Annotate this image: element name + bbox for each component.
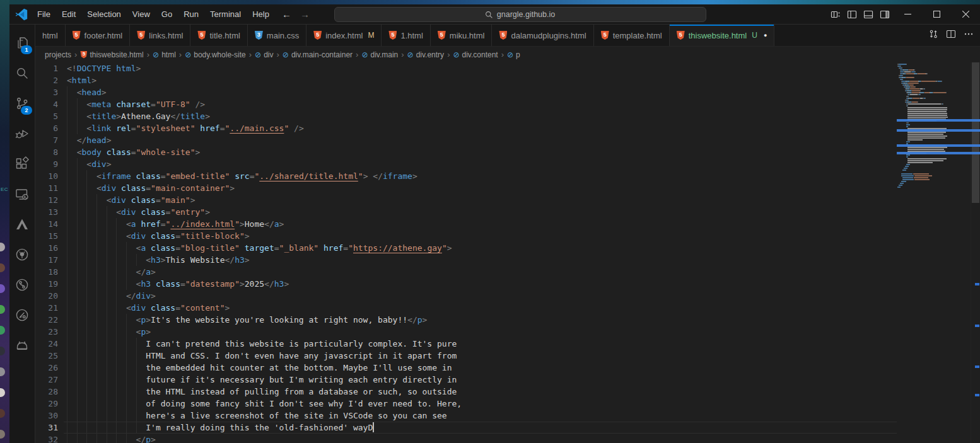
breadcrumb-label: body.whole-site xyxy=(194,50,246,59)
breadcrumb-separator-icon: › xyxy=(147,50,149,59)
maximize-button[interactable] xyxy=(922,4,951,24)
command-center-text: gnargle.github.io xyxy=(497,10,555,19)
minimap-line xyxy=(907,160,943,161)
tab-html[interactable]: html xyxy=(35,25,66,46)
breadcrumb-item-p[interactable]: ⊘p xyxy=(507,50,520,59)
indent-guide xyxy=(116,302,117,314)
breadcrumb-item-div-main-container[interactable]: ⊘div.main-container xyxy=(283,50,353,59)
customize-layout-button[interactable] xyxy=(827,6,844,23)
line-number: 15 xyxy=(35,230,67,242)
breadcrumb-item-div[interactable]: ⊘div xyxy=(255,50,273,59)
activity-remote-explorer[interactable] xyxy=(9,179,35,209)
minimap-line xyxy=(906,126,908,127)
breadcrumb-item-div-content[interactable]: ⊘div.content xyxy=(453,50,498,59)
breadcrumb-item-div-main[interactable]: ⊘div.main xyxy=(361,50,398,59)
indent-guide xyxy=(67,230,67,242)
minimap-line xyxy=(913,84,914,86)
search-icon xyxy=(485,11,493,19)
tab-miku.html[interactable]: 5miku.html xyxy=(431,25,493,46)
line-number: 22 xyxy=(35,314,67,326)
tab-template.html[interactable]: 5template.html xyxy=(594,25,670,46)
code-line-5: <title>Athene.Gay</title> xyxy=(67,110,896,122)
menu-terminal[interactable]: Terminal xyxy=(204,4,247,24)
minimap-line xyxy=(912,101,918,103)
close-button[interactable] xyxy=(951,4,980,24)
indent-guide xyxy=(96,422,97,434)
tab-1.html[interactable]: 51.html xyxy=(382,25,430,46)
git-status-U: U xyxy=(752,31,757,40)
tab-thiswebsite.html[interactable]: 5thiswebsite.htmlU● xyxy=(670,25,775,46)
line-number-gutter[interactable]: 1234567891011121314151617181920212223242… xyxy=(35,62,67,443)
breadcrumb-item-thiswebsite-html[interactable]: 5thiswebsite.html xyxy=(80,50,143,59)
breadcrumb-item-html[interactable]: ⊘html xyxy=(153,50,176,59)
toggle-panel-button[interactable] xyxy=(860,6,877,23)
tab-index.html[interactable]: 5index.htmlM xyxy=(306,25,382,46)
tab-footer.html[interactable]: 5footer.html xyxy=(66,25,131,46)
activity-github[interactable] xyxy=(9,239,35,270)
activity-extensions[interactable] xyxy=(9,149,35,179)
split-editor-button[interactable] xyxy=(943,28,959,43)
activity-search[interactable] xyxy=(9,58,35,88)
indent-guide xyxy=(77,278,78,290)
minimap-line xyxy=(905,166,909,167)
forward-arrow-button[interactable]: → xyxy=(300,9,310,20)
toggle-secondary-sidebar-button[interactable] xyxy=(877,6,893,23)
scrollbar-thumb[interactable] xyxy=(972,62,979,203)
activity-git-graph[interactable] xyxy=(9,270,35,300)
code-line-8: <body class="whole-site"> xyxy=(67,146,896,158)
menu-go[interactable]: Go xyxy=(156,4,178,24)
indent-guide xyxy=(96,314,97,326)
activity-run-debug[interactable] xyxy=(9,118,35,149)
minimize-button[interactable] xyxy=(893,4,922,24)
indent-guide xyxy=(107,278,107,290)
indent-guide xyxy=(126,374,127,386)
indent-guide xyxy=(107,254,107,266)
indent-guide xyxy=(67,362,67,374)
more-actions-button[interactable] xyxy=(961,28,976,43)
line-number: 29 xyxy=(35,398,67,410)
code-line-20: </div> xyxy=(67,290,896,302)
activity-source-control[interactable]: 2 xyxy=(9,88,35,118)
minimap-line xyxy=(900,183,904,184)
menu-selection[interactable]: Selection xyxy=(81,4,126,24)
activity-a-logo[interactable] xyxy=(9,209,35,239)
code-line-29: of doing some fancy shit I don't see why… xyxy=(67,398,896,410)
code-line-27: future if it's necessary but I'm writing… xyxy=(67,374,896,386)
command-center-search[interactable]: gnargle.github.io xyxy=(334,7,706,22)
minimap-line xyxy=(907,135,947,137)
tab-dalamudplugins.html[interactable]: 5dalamudplugins.html xyxy=(492,25,593,46)
indent-guide xyxy=(107,434,107,443)
indent-guide xyxy=(126,386,127,398)
minimap-line xyxy=(904,168,907,169)
menu-edit[interactable]: Edit xyxy=(56,4,81,24)
menu-file[interactable]: File xyxy=(32,4,56,24)
minimap-line xyxy=(902,177,913,178)
breadcrumb-item-body-whole-site[interactable]: ⊘body.whole-site xyxy=(185,50,246,59)
tab-title.html[interactable]: 5title.html xyxy=(190,25,247,46)
menu-view[interactable]: View xyxy=(127,4,156,24)
line-number: 1 xyxy=(35,62,67,74)
code-line-7: </head> xyxy=(67,134,896,146)
minimap-line xyxy=(914,177,928,178)
minimap-line xyxy=(942,81,942,82)
tab-links.html[interactable]: 5links.html xyxy=(130,25,190,46)
minimap-line xyxy=(926,73,928,74)
activity-explorer[interactable]: 1 xyxy=(9,28,35,58)
tab-main.css[interactable]: 3main.css xyxy=(248,25,306,46)
indent-guide xyxy=(96,338,97,350)
menu-run[interactable]: Run xyxy=(178,4,204,24)
activity-godot-tools[interactable] xyxy=(9,330,35,360)
breadcrumb-item-div-entry[interactable]: ⊘div.entry xyxy=(407,50,445,59)
html-file-icon: 5 xyxy=(197,31,206,40)
indent-guide xyxy=(77,110,78,122)
open-changes-button[interactable] xyxy=(926,28,941,43)
editor-actions xyxy=(922,25,980,46)
toggle-sidebar-button[interactable] xyxy=(844,6,860,23)
activity-gitlens[interactable] xyxy=(9,300,35,330)
breadcrumb-item-projects[interactable]: projects xyxy=(45,50,71,59)
indent-guide xyxy=(86,338,87,350)
code-area[interactable]: <!DOCTYPE html><html> <head> <meta chars… xyxy=(67,62,896,443)
menu-help[interactable]: Help xyxy=(247,4,275,24)
back-arrow-button[interactable]: ← xyxy=(282,9,291,20)
indent-guide xyxy=(77,230,78,242)
